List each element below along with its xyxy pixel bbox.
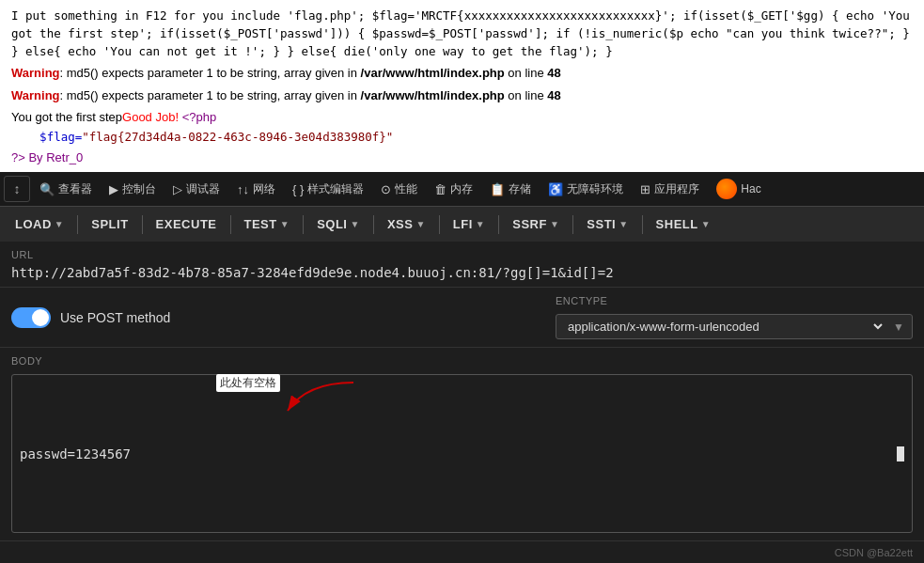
ssrf-button[interactable]: SSRF ▼ — [503, 213, 569, 235]
console-label: 控制台 — [122, 181, 156, 197]
toggle-container: Use POST method — [11, 307, 170, 328]
warning-path-1: /var/www/html/index.php — [361, 66, 505, 80]
good-job-text: Good Job! — [122, 110, 179, 124]
lfi-arrow-icon: ▼ — [476, 219, 485, 229]
toggle-label: Use POST method — [60, 310, 170, 325]
performance-tab[interactable]: ⊙ 性能 — [373, 176, 425, 202]
style-editor-tab[interactable]: { } 样式编辑器 — [285, 176, 371, 202]
warning-suffix-2: on line — [505, 88, 548, 102]
performance-label: 性能 — [395, 181, 417, 197]
storage-icon: 📋 — [490, 182, 505, 196]
hackbar-divider-2 — [142, 215, 143, 234]
body-label: Body — [11, 355, 913, 367]
debugger-label: 调试器 — [186, 181, 220, 197]
warning-line-num-2: 48 — [547, 88, 560, 102]
warning-path-2: /var/www/html/index.php — [361, 88, 505, 102]
warning-line-num-1: 48 — [547, 66, 560, 80]
enctype-label: enctype — [556, 295, 913, 306]
memory-tab[interactable]: 🗑 内存 — [427, 176, 480, 202]
memory-icon: 🗑 — [434, 182, 446, 196]
body-input-wrapper — [11, 374, 913, 533]
inspector-tab[interactable]: 🔍 查看器 — [32, 176, 100, 202]
hackbar-divider-7 — [498, 215, 499, 234]
url-section: URL — [0, 242, 924, 288]
hackbar: LOAD ▼ SPLIT EXECUTE TEST ▼ SQLI ▼ XSS ▼… — [0, 206, 924, 242]
select-arrow-icon: ▼ — [893, 321, 904, 334]
console-tab[interactable]: ▶ 控制台 — [102, 176, 164, 202]
warning-line-2: Warning: md5() expects parameter 1 to be… — [11, 86, 913, 105]
url-label: URL — [11, 249, 913, 260]
storage-label: 存储 — [509, 181, 531, 197]
network-tab[interactable]: ↑↓ 网络 — [229, 176, 283, 202]
console-icon: ▶ — [109, 182, 118, 196]
hac-tab[interactable]: Hac — [709, 176, 768, 202]
hac-label: Hac — [741, 182, 760, 195]
debugger-icon: ▷ — [173, 182, 182, 196]
accessibility-icon: ♿ — [548, 182, 563, 196]
split-button[interactable]: SPLIT — [82, 213, 137, 235]
by-line: ?> By Retr_0 — [11, 149, 913, 167]
hackbar-divider-5 — [373, 215, 374, 234]
sqli-arrow-icon: ▼ — [350, 219, 359, 229]
body-input[interactable] — [20, 446, 896, 461]
text-cursor — [897, 446, 904, 461]
network-icon: ↑↓ — [237, 182, 249, 196]
apps-tab[interactable]: ⊞ 应用程序 — [633, 176, 707, 202]
ssti-button[interactable]: SSTI ▼ — [577, 213, 637, 235]
storage-tab[interactable]: 📋 存储 — [482, 176, 539, 202]
main-panel: URL Use POST method enctype application/… — [0, 242, 924, 563]
firefox-icon — [716, 179, 737, 199]
enctype-select-wrapper: application/x-www-form-urlencoded multip… — [556, 314, 913, 339]
post-method-toggle[interactable] — [11, 307, 51, 328]
sqli-button[interactable]: SQLI ▼ — [307, 213, 369, 235]
accessibility-label: 无障碍环境 — [567, 181, 623, 197]
php-block: $flag="flag{27d34d4a-0822-463c-8946-3e04… — [11, 129, 913, 147]
xss-button[interactable]: XSS ▼ — [378, 213, 435, 235]
apps-icon: ⊞ — [640, 182, 650, 196]
apps-label: 应用程序 — [654, 181, 699, 197]
footer-text: CSDN @Ba22ett — [835, 547, 913, 558]
php-close-tag: ?> — [11, 150, 25, 164]
warning-text-1: : md5() expects parameter 1 to be string… — [60, 66, 361, 80]
enctype-select[interactable]: application/x-www-form-urlencoded multip… — [564, 319, 885, 335]
memory-label: 内存 — [450, 181, 473, 197]
enctype-section: enctype application/x-www-form-urlencode… — [556, 295, 913, 339]
success-text-part1: You got the first step — [11, 110, 122, 124]
shell-button[interactable]: SHELL ▼ — [647, 213, 721, 235]
load-arrow-icon: ▼ — [55, 219, 64, 229]
debugger-tab[interactable]: ▷ 调试器 — [165, 176, 227, 202]
shell-arrow-icon: ▼ — [701, 219, 711, 229]
footer-bar: CSDN @Ba22ett — [0, 540, 924, 563]
test-button[interactable]: TEST ▼ — [235, 213, 300, 235]
hackbar-divider-6 — [439, 215, 440, 234]
success-line: You got the first stepGood Job! <?php — [11, 108, 913, 127]
network-label: 网络 — [253, 181, 275, 197]
hackbar-divider-4 — [303, 215, 304, 234]
by-text: By Retr_0 — [28, 150, 83, 164]
ssti-arrow-icon: ▼ — [619, 219, 628, 229]
style-editor-icon: { } — [292, 182, 304, 196]
warning-suffix-1: on line — [505, 66, 548, 80]
hackbar-divider-8 — [572, 215, 573, 234]
load-button[interactable]: LOAD ▼ — [6, 213, 73, 235]
php-open-tag: <?php — [182, 110, 217, 124]
devtools-resize-icon[interactable]: ↕ — [4, 176, 30, 202]
warning-line-1: Warning: md5() expects parameter 1 to be… — [11, 64, 913, 83]
body-section: Body 此处有空格 — [0, 348, 924, 540]
hackbar-divider-9 — [642, 215, 643, 234]
inspector-label: 查看器 — [58, 181, 92, 197]
inspector-icon: 🔍 — [39, 182, 55, 196]
lfi-button[interactable]: LFI ▼ — [444, 213, 494, 235]
ssrf-arrow-icon: ▼ — [550, 219, 559, 229]
php-var: $flag= — [39, 130, 82, 144]
warning-label-2: Warning — [11, 88, 60, 102]
performance-icon: ⊙ — [381, 182, 391, 196]
options-row: Use POST method enctype application/x-ww… — [0, 288, 924, 348]
warning-text-2: : md5() expects parameter 1 to be string… — [60, 88, 361, 102]
warning-label-1: Warning — [11, 66, 60, 80]
url-input[interactable] — [11, 265, 913, 280]
code-line: I put something in F12 for you include '… — [11, 8, 913, 60]
accessibility-tab[interactable]: ♿ 无障碍环境 — [540, 176, 631, 202]
execute-button[interactable]: EXECUTE — [147, 213, 227, 235]
devtools-bar: ↕ 🔍 查看器 ▶ 控制台 ▷ 调试器 ↑↓ 网络 { } 样式编辑器 ⊙ 性能… — [0, 172, 924, 206]
